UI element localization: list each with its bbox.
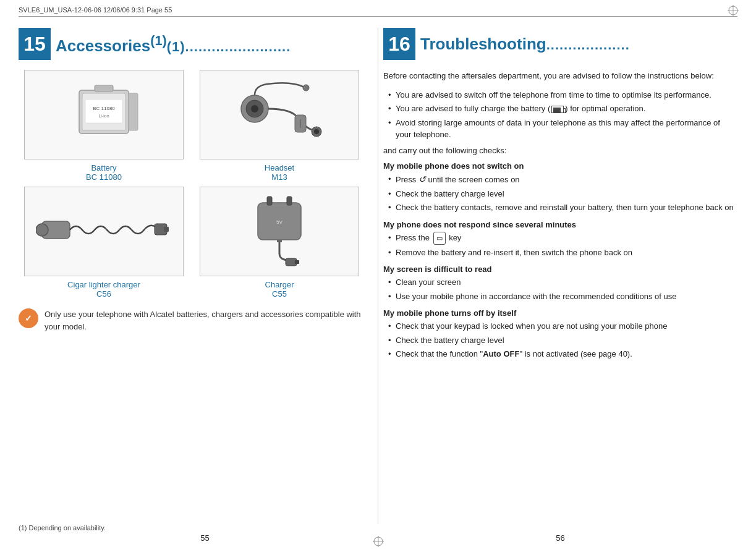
press-icon-1: ↺: [418, 174, 426, 184]
accessory-charger-image: 5V: [200, 187, 359, 276]
page-right: 16 Troubleshooting................... Be…: [383, 28, 737, 524]
bullet-item: Check that the function "Auto OFF" is no…: [388, 348, 737, 360]
note-box: ✓ Only use your telephone with Alcatel b…: [19, 308, 365, 333]
svg-rect-23: [267, 197, 272, 205]
bullet-item: Check the battery charge level: [388, 334, 737, 347]
bullet-item: Check that your keypad is locked when yo…: [388, 320, 737, 333]
section4-title: My mobile phone turns off by itself: [383, 308, 737, 318]
battery-label: Battery BC 11080: [86, 163, 122, 182]
svg-rect-21: [164, 227, 169, 232]
svg-rect-25: [277, 240, 282, 242]
trouble-intro-bullets: You are advised to switch off the teleph…: [388, 89, 737, 141]
bullet-item: You are advised to switch off the teleph…: [388, 89, 737, 101]
header-text: SVLE6_UM_USA-12-06-06 12/06/06 9:31 Page…: [19, 6, 172, 14]
trouble-intro: Before contacting the aftersales departm…: [383, 70, 737, 83]
battery-svg: BC 11080 Li-ion: [61, 78, 147, 152]
accessory-charger: 5V Charger C55: [194, 187, 365, 299]
svg-point-16: [314, 129, 319, 134]
chapter15-title: Accessories(1)(1).......................…: [56, 33, 291, 56]
auto-off-bold: Auto OFF: [483, 349, 519, 358]
trouble-and-carry: and carry out the following checks:: [383, 146, 737, 155]
section2-bullets: Press the ▭ key Remove the battery and r…: [388, 232, 737, 258]
cigar-charger-svg: [36, 198, 172, 266]
svg-rect-24: [287, 197, 292, 205]
accessory-cigar-charger-image: [24, 187, 184, 276]
page-left: 15 Accessories(1)(1)....................…: [19, 28, 365, 524]
page-divider: [378, 28, 378, 524]
svg-text:5V: 5V: [276, 219, 282, 225]
chapter15-footnote-marker: (1): [150, 33, 166, 48]
headset-label: Headset M13: [265, 163, 294, 182]
bullet-item: Check the battery contacts, remove and r…: [388, 201, 737, 214]
chapter16-heading: 16 Troubleshooting...................: [383, 28, 737, 60]
accessory-battery: BC 11080 Li-ion Battery BC 11080: [19, 70, 189, 182]
accessories-grid: BC 11080 Li-ion Battery BC 11080: [19, 70, 365, 299]
bullet-item: Remove the battery and re-insert it, the…: [388, 247, 737, 259]
svg-text:BC 11080: BC 11080: [93, 106, 115, 111]
note-icon: ✓: [19, 308, 38, 328]
svg-point-12: [251, 105, 258, 112]
cigar-charger-label: Cigar lighter charger C56: [67, 280, 140, 299]
svg-point-17: [303, 85, 309, 91]
accessory-headset: Headset M13: [194, 70, 365, 182]
bullet-item: Avoid storing large amounts of data in y…: [388, 117, 737, 141]
header-bar: SVLE6_UM_USA-12-06-06 12/06/06 9:31 Page…: [19, 6, 737, 17]
section1-title: My mobile phone does not switch on: [383, 161, 737, 171]
section3-title: My screen is difficult to read: [383, 265, 737, 274]
reg-mark-tr: [728, 5, 739, 16]
accessory-cigar-charger: Cigar lighter charger C56: [19, 187, 189, 299]
footnote-left: (1) Depending on availability.: [19, 524, 106, 532]
svg-rect-6: [95, 85, 113, 91]
charger-svg: 5V: [230, 192, 329, 272]
bullet-item: Check the battery charge level: [388, 188, 737, 200]
section4-bullets: Check that your keypad is locked when yo…: [388, 320, 737, 360]
reg-mark-bottom: [373, 536, 384, 549]
note-symbol: ✓: [22, 311, 35, 325]
chapter16-number: 16: [383, 28, 415, 60]
svg-rect-7: [85, 100, 122, 123]
bullet-item: Use your mobile phone in accordance with…: [388, 290, 737, 303]
svg-point-19: [36, 224, 48, 236]
chapter15-heading: 15 Accessories(1)(1)....................…: [19, 28, 365, 60]
headset-svg: [218, 75, 341, 155]
bullet-item: Press the ▭ key: [388, 232, 737, 245]
key-icon: ▭: [433, 232, 446, 245]
accessory-battery-image: BC 11080 Li-ion: [24, 70, 184, 159]
battery-inline-icon: [551, 106, 564, 113]
chapter15-number: 15: [19, 28, 51, 60]
note-text: Only use your telephone with Alcatel bat…: [45, 308, 365, 333]
section2-title: My phone does not respond since several …: [383, 220, 737, 229]
svg-rect-5: [129, 93, 138, 130]
svg-text:✓: ✓: [25, 313, 32, 323]
section3-bullets: Clean your screen Use your mobile phone …: [388, 276, 737, 302]
svg-rect-27: [295, 260, 299, 264]
charger-label: Charger C55: [265, 280, 294, 299]
page-number-right: 56: [383, 533, 737, 543]
chapter16-title: Troubleshooting...................: [420, 35, 630, 54]
bullet-item: Clean your screen: [388, 276, 737, 289]
bullet-item: You are advised to fully charge the batt…: [388, 103, 737, 115]
bullet-item: Press ↺ until the screen comes on: [388, 173, 737, 186]
section1-bullets: Press ↺ until the screen comes on Check …: [388, 173, 737, 214]
svg-text:Li-ion: Li-ion: [98, 114, 109, 118]
accessory-headset-image: [200, 70, 359, 159]
page-number-left: 55: [19, 533, 391, 543]
